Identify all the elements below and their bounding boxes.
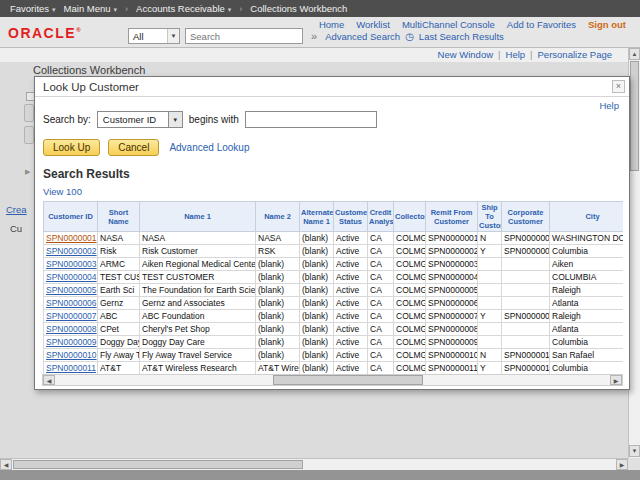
cell: Risk Customer: [140, 245, 256, 258]
breadcrumb-item-collections-workbench[interactable]: Collections Workbench: [250, 3, 347, 14]
customer-id-link[interactable]: SPN0000002: [46, 246, 97, 256]
customer-id-link[interactable]: SPN0000001: [46, 233, 97, 243]
cell: CPet: [98, 323, 140, 336]
column-header-alternate-name-1[interactable]: Alternate Name 1: [300, 202, 334, 232]
cell: San Rafael: [550, 349, 624, 362]
customer-id-link[interactable]: SPN0000005: [46, 285, 97, 295]
section-toggle-icon[interactable]: ▶: [25, 168, 30, 176]
left-arrow-icon: ◀: [47, 377, 52, 384]
help-link[interactable]: Help: [599, 100, 619, 111]
customer-id-link[interactable]: SPN0000004: [46, 272, 97, 282]
customer-id-link[interactable]: SPN0000011: [46, 363, 96, 373]
cell: (blank): [256, 271, 300, 284]
begins-with-input[interactable]: [245, 111, 377, 128]
cell: [502, 323, 550, 336]
scroll-left-button[interactable]: ◀: [0, 459, 12, 470]
column-header-name-1[interactable]: Name 1: [140, 202, 256, 232]
cell: Active: [334, 284, 368, 297]
cell: SPN0000009: [426, 336, 478, 349]
scroll-left-button[interactable]: ◀: [43, 375, 55, 385]
cell: CA: [368, 232, 394, 245]
cell: SPN0000010: [44, 349, 98, 362]
collapsed-section-bar[interactable]: [24, 126, 34, 144]
column-header-customer-id[interactable]: Customer ID: [44, 202, 98, 232]
page-horizontal-scrollbar[interactable]: ◀ ▶: [0, 458, 628, 470]
vertical-scrollbar-thumb[interactable]: [630, 61, 639, 171]
table-row: SPN0000007ABCABC Foundation(blank)(blank…: [44, 310, 624, 323]
nav-link-add-to-favorites[interactable]: Add to Favorites: [507, 19, 576, 30]
column-header-name-2[interactable]: Name 2: [256, 202, 300, 232]
cell: CA: [368, 310, 394, 323]
column-header-city[interactable]: City: [550, 202, 624, 232]
cancel-button[interactable]: Cancel: [108, 139, 159, 156]
column-header-customer-status[interactable]: Customer Status: [334, 202, 368, 232]
cell: SPN0000007: [502, 310, 550, 323]
cell: COLMG: [394, 258, 426, 271]
customer-id-link[interactable]: SPN0000006: [46, 298, 97, 308]
cell: Columbia: [550, 336, 624, 349]
table-row: SPN0000008CPetCheryl's Pet Shop(blank)(b…: [44, 323, 624, 336]
scroll-down-button[interactable]: ▼: [629, 445, 640, 457]
customer-id-link[interactable]: SPN0000007: [46, 311, 97, 321]
table-row: SPN0000001NASANASANASA(blank)ActiveCACOL…: [44, 232, 624, 245]
page-horizontal-scrollbar-thumb[interactable]: [13, 460, 303, 469]
horizontal-scrollbar-thumb[interactable]: [273, 375, 423, 385]
cell: (blank): [256, 297, 300, 310]
cell: SPN0000003: [426, 258, 478, 271]
cell: SPN0000010: [502, 349, 550, 362]
cell: [478, 284, 502, 297]
customer-id-link[interactable]: SPN0000003: [46, 259, 97, 269]
customer-id-link[interactable]: SPN0000008: [46, 324, 97, 334]
select-dropdown-icon: ▼: [168, 112, 182, 127]
cell: Active: [334, 349, 368, 362]
customer-id-link[interactable]: SPN0000010: [46, 350, 97, 360]
breadcrumb-item-accounts-receivable[interactable]: Accounts Receivable▾: [136, 3, 231, 14]
cell: CA: [368, 284, 394, 297]
column-header-short-name[interactable]: Short Name: [98, 202, 140, 232]
page-link-new-window[interactable]: New Window: [438, 49, 493, 60]
cell: [502, 258, 550, 271]
search-input[interactable]: [185, 28, 303, 44]
cell: Active: [334, 362, 368, 375]
breadcrumb-item-main-menu[interactable]: Main Menu▾: [64, 3, 118, 14]
cell: ABC: [98, 310, 140, 323]
page-link-personalize-page[interactable]: Personalize Page: [538, 49, 612, 60]
advanced-search-link[interactable]: Advanced Search: [325, 31, 400, 42]
cell: SPN0000005: [44, 284, 98, 297]
last-search-results-link[interactable]: Last Search Results: [419, 31, 504, 42]
cell: (blank): [300, 310, 334, 323]
modal-body: Help Search by: Customer ID ▼ begins wit…: [35, 97, 629, 389]
cell: NASA: [256, 232, 300, 245]
cell: SPN0000008: [44, 323, 98, 336]
column-header-collector[interactable]: Collector: [394, 202, 426, 232]
collapsed-section-bar[interactable]: [24, 104, 34, 122]
sign-out-link[interactable]: Sign out: [588, 19, 626, 30]
right-arrow-icon: ▶: [614, 377, 619, 384]
page-link-help[interactable]: Help: [506, 49, 526, 60]
column-header-remit-from-customer[interactable]: Remit From Customer: [426, 202, 478, 232]
close-icon[interactable]: ×: [612, 80, 625, 93]
customer-id-link[interactable]: SPN0000009: [46, 337, 97, 347]
search-scope-select[interactable]: All ▼: [128, 28, 180, 44]
cell: SPN0000005: [426, 284, 478, 297]
scroll-up-button[interactable]: ▲: [629, 48, 640, 60]
look-up-button[interactable]: Look Up: [43, 139, 100, 156]
column-header-ship-to-customer[interactable]: Ship To Customer: [478, 202, 502, 232]
cell: AT&T Wireless Research: [256, 362, 300, 375]
cell: SPN0000007: [44, 310, 98, 323]
column-header-credit-analyst[interactable]: Credit Analyst: [368, 202, 394, 232]
advanced-lookup-link[interactable]: Advanced Lookup: [169, 142, 249, 153]
column-header-corporate-customer[interactable]: Corporate Customer: [502, 202, 550, 232]
breadcrumb-item-favorites[interactable]: Favorites▾: [10, 3, 56, 14]
cell: [478, 258, 502, 271]
modal-horizontal-scrollbar[interactable]: ◀ ▶: [42, 374, 623, 386]
cell: Raleigh: [550, 310, 624, 323]
scroll-right-button[interactable]: ▶: [616, 459, 628, 470]
search-by-select[interactable]: Customer ID ▼: [97, 111, 183, 128]
view-100-link[interactable]: View 100: [43, 186, 82, 197]
cell: COLMG: [394, 349, 426, 362]
cell: Atlanta: [550, 323, 624, 336]
scroll-right-button[interactable]: ▶: [610, 375, 622, 385]
create-link-fragment[interactable]: Crea: [6, 204, 27, 215]
search-results-title: Search Results: [43, 167, 621, 181]
